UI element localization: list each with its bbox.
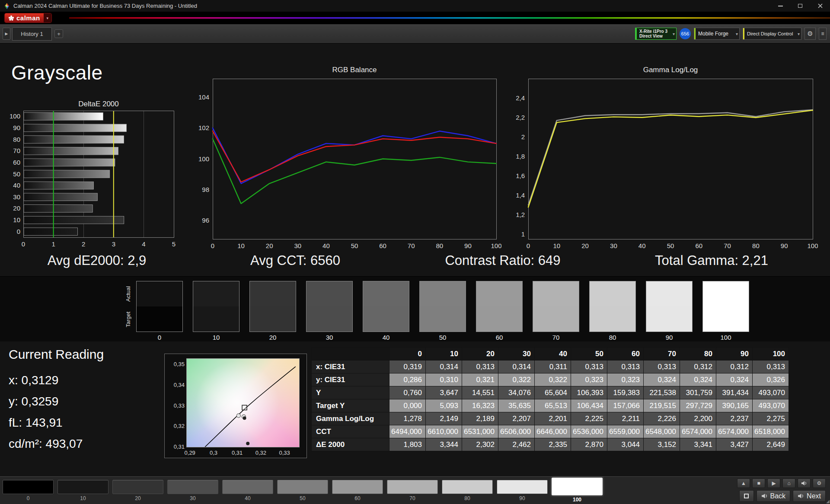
meter-count-badge[interactable]: 656 [680,28,691,39]
collapse-tabs-button[interactable]: ▶ [3,28,10,40]
table-cell: 0,313 [571,360,607,373]
patch-target [646,306,692,332]
patch-label: 100 [702,334,749,341]
minimize-button[interactable] [770,0,790,12]
patch-box [306,281,353,332]
svg-text:0: 0 [22,240,25,248]
toolbar: ▶ History 1 + X-Rite i1Pro 3 Direct View… [0,24,830,44]
gray-patch: 10 [193,281,239,341]
svg-text:30: 30 [13,193,20,201]
stop-button[interactable]: ■ [752,478,765,488]
back-button-label: Back [770,492,786,500]
reading-x: x: 0,3129 [9,373,83,387]
close-button[interactable] [810,0,830,12]
level-button-30[interactable] [167,480,218,494]
patch-label: 80 [589,334,636,341]
table-row: y: CIE310,2860,3100,3210,3220,3220,3230,… [312,373,789,386]
deltae-chart-plot: 1009080706050403020100012345 [3,109,178,250]
level-label: 40 [245,495,250,501]
table-cell: 0,286 [389,373,426,386]
home-button[interactable]: ⌂ [782,478,795,488]
level-button-50[interactable] [277,480,328,494]
meter-select[interactable]: X-Rite i1Pro 3 Direct View ▾ [635,28,677,40]
svg-text:4: 4 [142,240,145,248]
chevron-down-icon: ▾ [798,32,800,36]
svg-text:100: 100 [807,242,818,249]
table-row: Y0,7603,64714,55134,07665,604106,393159,… [312,386,789,399]
svg-text:40: 40 [638,242,646,249]
source-select[interactable]: Mobile Forge ▾ [694,28,740,40]
svg-text:1: 1 [521,230,525,238]
table-row: Gamma Log/Log1,2782,1492,1892,2072,2012,… [312,412,789,425]
patch-box [646,281,693,332]
table-cell: 2,870 [571,438,607,451]
resize-grip-icon: ◢ [826,499,830,504]
svg-text:1,2: 1,2 [516,211,525,218]
table-cell: 390,165 [716,399,753,412]
level-button-10[interactable] [57,480,109,494]
svg-text:1,4: 1,4 [516,191,525,199]
gamma-chart-plot: 11,21,41,61,822,22,401020304050607080901… [506,76,818,252]
level-button-20[interactable] [112,480,163,494]
level-item-40: 40 [222,480,273,503]
gear-icon[interactable]: ⚙ [804,28,816,40]
calman-logo[interactable]: calman ▾ [4,13,52,23]
svg-text:2: 2 [82,240,85,248]
level-button-0[interactable] [3,480,54,494]
source-select-label: Mobile Forge [698,31,728,37]
table-cell: 2,335 [535,438,571,451]
menu-icon[interactable]: ≡ [819,28,827,40]
next-button[interactable]: Next [793,490,826,502]
patch-label: 70 [533,334,579,341]
level-item-10: 10 [57,480,109,503]
patch-target [137,306,182,332]
table-cell: 219,515 [644,399,680,412]
table-cell: 0,326 [753,373,789,386]
patch-target [250,306,296,332]
patch-box [249,281,296,332]
patch-label: 60 [476,334,523,341]
total-gamma-summary: Total Gamma: 2,21 [655,253,768,268]
display-control-select[interactable]: Direct Display Control ▾ [743,28,801,40]
maximize-button[interactable] [790,0,810,12]
table-cell: 6494,000 [389,425,426,438]
column-header: 60 [607,348,644,360]
level-button-40[interactable] [222,480,273,494]
level-label: 20 [135,495,140,501]
deltae-chart: DeltaE 2000 1009080706050403020100012345 [3,100,178,250]
main-panel: Grayscale DeltaE 2000 100908070605040302… [0,44,830,276]
level-button-70[interactable] [387,480,438,494]
table-cell: 0,322 [535,373,571,386]
row-header: Gamma Log/Log [312,412,389,425]
patch-actual [646,281,692,306]
logo-dropdown-icon[interactable]: ▾ [44,13,51,22]
column-header: 10 [426,348,462,360]
column-header: 100 [753,348,789,360]
back-button[interactable]: Back [757,490,791,502]
svg-text:80: 80 [752,242,760,249]
history-tab[interactable]: History 1 [12,27,52,41]
play-button[interactable]: ▶ [767,478,780,488]
settings-button[interactable]: ⚙ [813,478,826,488]
checkbox-button[interactable] [739,490,754,502]
level-button-90[interactable] [497,480,548,494]
table-cell: 297,729 [680,399,716,412]
logo-bar: calman ▾ [0,12,830,24]
level-button-60[interactable] [332,480,383,494]
table-cell: 3,344 [426,438,462,451]
level-button-100[interactable] [552,478,603,495]
eject-button[interactable]: ▲ [737,478,750,488]
patch-strip: 0102030405060708090100 [136,281,749,341]
calman-logo-face: calman [5,13,44,22]
level-button-80[interactable] [442,480,493,494]
add-tab-button[interactable]: + [54,29,63,38]
app-window: Calman 2024 Calman Ultimate for Business… [0,0,830,504]
speaker-button[interactable] [798,478,811,488]
table-cell: 2,200 [680,412,716,425]
row-header: Y [312,386,389,399]
table-cell: 2,302 [462,438,498,451]
reading-cdm2: cd/m²: 493,07 [9,437,83,451]
table-cell: 0,313 [607,360,644,373]
table-cell: 3,341 [680,438,716,451]
patch-box [533,281,579,332]
